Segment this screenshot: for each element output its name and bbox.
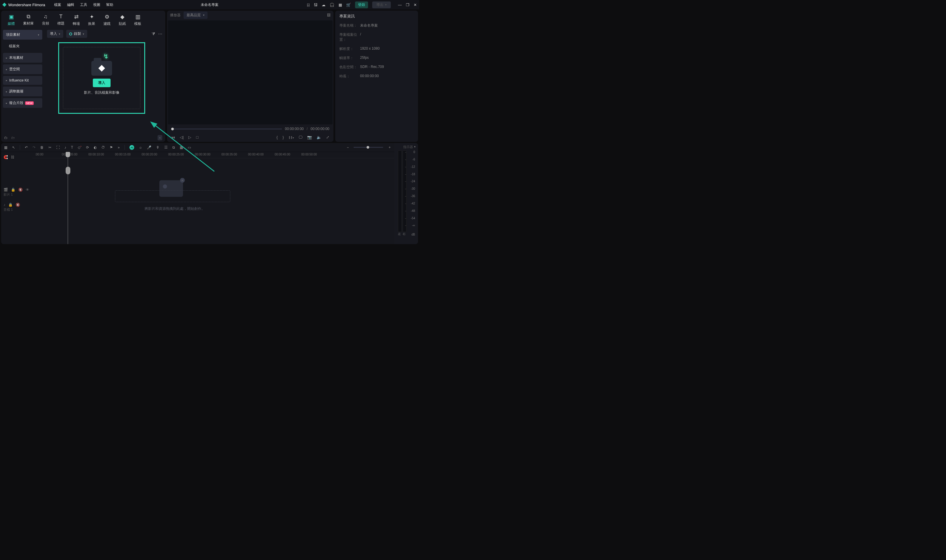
redo-icon[interactable]: ↷ <box>32 145 35 149</box>
import-dropzone[interactable]: ↯ 導入 影片、音訊檔案和影像 <box>63 47 140 109</box>
playhead-handle[interactable] <box>66 167 70 174</box>
timeline-ruler[interactable]: :00:00 00:00:05:00 00:00:10:00 00:00:15:… <box>32 152 394 158</box>
sidebar-item-local[interactable]: ▸本地素材 <box>3 53 42 63</box>
sidebar-item-adjust[interactable]: ▸調整圖層 <box>3 86 42 96</box>
align-icon[interactable]: ▦ <box>180 145 183 149</box>
filter-icon[interactable]: ⧩ <box>152 31 155 36</box>
menu-edit[interactable]: 編輯 <box>67 2 74 8</box>
eye-icon[interactable]: 👁 <box>26 188 29 192</box>
snapshot-icon[interactable]: 📷 <box>307 135 312 140</box>
new-folder-icon[interactable]: 🗀 <box>4 135 8 140</box>
lock-icon[interactable]: 🔒 <box>8 203 13 207</box>
zoom-out-icon[interactable]: − <box>347 145 349 149</box>
expand-icon[interactable]: ⤢ <box>326 135 329 140</box>
sidebar-item-cloud[interactable]: ▸雲空間 <box>3 65 42 74</box>
cart-icon[interactable]: 🛒 <box>346 3 351 7</box>
sidebar-item-influence[interactable]: ▸Influence Kit <box>3 76 42 85</box>
tool-layout-icon[interactable]: ▦ <box>4 145 8 149</box>
display-icon[interactable]: ⌸ <box>307 3 310 7</box>
import-button[interactable]: 導入 <box>93 78 111 87</box>
login-button[interactable]: 登錄 <box>355 2 368 8</box>
compare-icon[interactable]: ⫿⫿▾ <box>288 135 294 140</box>
more-icon[interactable]: ⋯ <box>158 32 162 36</box>
link-icon[interactable]: ⛓ <box>11 155 14 159</box>
tab-title[interactable]: T標題 <box>57 12 65 28</box>
player-canvas[interactable] <box>168 20 333 125</box>
lock-icon[interactable]: 🔒 <box>11 188 15 192</box>
prev-frame-icon[interactable]: ⏮ <box>171 135 175 140</box>
magnet-icon[interactable]: 🧲 <box>3 155 8 159</box>
render-icon[interactable]: ▭ <box>188 145 191 149</box>
delete-icon[interactable]: 🗑 <box>40 145 44 149</box>
crop-icon[interactable]: ⛶ <box>56 145 60 149</box>
tab-audio[interactable]: ♫音頻 <box>42 12 50 28</box>
sidebar-item-compound[interactable]: ▸複合片段NEW <box>3 98 42 108</box>
save-icon[interactable]: 🖫 <box>314 3 317 7</box>
audio-edit-icon[interactable]: ♪ <box>65 145 66 149</box>
sidebar-sub-folder[interactable]: 檔案夾 <box>3 42 42 51</box>
volume-icon[interactable]: 🔈 <box>317 135 321 140</box>
color-icon[interactable]: ◐ <box>94 145 97 149</box>
tab-effect[interactable]: ✦效果 <box>88 12 96 28</box>
menu-file[interactable]: 檔案 <box>54 2 61 8</box>
import-dropdown[interactable]: 導入▾ <box>47 30 63 38</box>
tool-select-icon[interactable]: ↖ <box>12 145 15 149</box>
record-dropdown[interactable]: 錄製▾ <box>66 30 87 38</box>
step-back-icon[interactable]: ◁| <box>180 135 183 140</box>
folder-open-icon[interactable]: 🗁 <box>11 135 15 140</box>
keyframe-icon[interactable]: ◇• <box>78 145 81 149</box>
scrub-thumb[interactable] <box>171 128 174 130</box>
mute-icon[interactable]: 🔇 <box>18 188 23 192</box>
drop-hint-box[interactable] <box>115 190 230 202</box>
track-icon[interactable]: ⧉ <box>173 145 175 149</box>
window-close-icon[interactable]: ✕ <box>414 3 417 7</box>
collapse-icon[interactable]: ‹ <box>157 135 162 140</box>
meter-collapse-icon[interactable]: ▴ <box>414 145 416 149</box>
window-minimize-icon[interactable]: — <box>398 3 402 7</box>
stop-icon[interactable]: □ <box>196 135 198 140</box>
subtitle-icon[interactable]: ☷ <box>164 145 168 149</box>
tab-stock[interactable]: ⧉素材庫 <box>23 12 34 28</box>
snapshot-preview-icon[interactable]: 🖼 <box>327 13 331 17</box>
zoom-slider[interactable] <box>354 147 383 148</box>
tab-sticker[interactable]: ◆貼紙 <box>118 12 126 28</box>
audio-track-icon: ♪ <box>3 203 5 207</box>
marker-icon[interactable]: ⚑ <box>110 145 113 149</box>
menu-help[interactable]: 幫助 <box>106 2 113 8</box>
timer-icon[interactable]: ⏱ <box>102 145 105 149</box>
mark-out-icon[interactable]: } <box>283 135 284 140</box>
tab-filter[interactable]: ⚙濾鏡 <box>103 12 111 28</box>
playhead[interactable] <box>68 152 68 244</box>
headset-icon[interactable]: 🎧 <box>330 3 334 7</box>
tab-transition[interactable]: ⇄轉場 <box>72 12 80 28</box>
export-button[interactable]: 導出▾ <box>372 2 391 8</box>
undo-icon[interactable]: ↶ <box>25 145 28 149</box>
text-icon[interactable]: T <box>71 145 73 149</box>
sidebar-item-project[interactable]: 項目素材▾ <box>3 30 42 40</box>
cloud-icon[interactable]: ☁ <box>322 3 325 7</box>
zoom-in-icon[interactable]: ＋ <box>388 145 391 150</box>
display-icon[interactable]: 🖵 <box>299 135 302 140</box>
tab-media[interactable]: ▣媒體 <box>7 12 15 28</box>
mic-off-icon[interactable]: 🎤 <box>147 145 151 149</box>
speed-icon[interactable]: ⟳ <box>86 145 89 149</box>
play-icon[interactable]: ▷ <box>188 135 191 140</box>
mute-icon[interactable]: 🔇 <box>16 203 20 207</box>
player-quality-dropdown[interactable]: 最高品質▾ <box>183 12 208 19</box>
timeline-tracks[interactable]: :00:00 00:00:05:00 00:00:10:00 00:00:15:… <box>32 152 394 244</box>
info-value-name: 未命名專案 <box>360 23 378 28</box>
scrub-slider[interactable] <box>171 129 282 129</box>
tab-template[interactable]: ▥模板 <box>134 12 142 28</box>
menu-view[interactable]: 視圖 <box>93 2 100 8</box>
ai-badge-icon[interactable]: AI <box>129 145 134 150</box>
grid-icon[interactable]: ▦ <box>339 3 342 7</box>
brightness-icon[interactable]: ☼ <box>139 145 142 149</box>
voice-icon[interactable]: 🎙 <box>156 145 160 149</box>
ruler-mark: 00:00:50:00 <box>301 153 325 156</box>
mark-in-icon[interactable]: { <box>276 135 277 140</box>
zoom-thumb[interactable] <box>367 146 369 149</box>
more-tools-icon[interactable]: » <box>118 145 120 149</box>
menu-tool[interactable]: 工具 <box>80 2 87 8</box>
window-maximize-icon[interactable]: ❐ <box>406 3 410 7</box>
cut-icon[interactable]: ✂ <box>48 145 51 149</box>
